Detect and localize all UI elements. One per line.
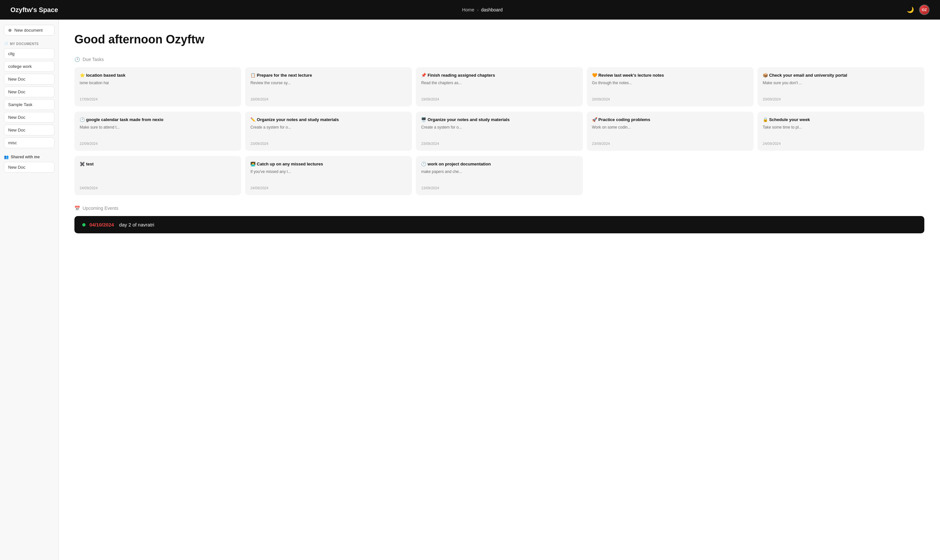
upcoming-events-section: 📅 Upcoming Events 04/10/2024 day 2 of na… (74, 206, 924, 233)
empty-cell-1 (587, 156, 754, 195)
task-card-location[interactable]: ⭐ location based task isme location hai … (74, 67, 241, 106)
shared-section: 👥 Shared with me New Doc (4, 155, 54, 172)
task-date: 24/09/2024 (763, 142, 919, 146)
task-desc: Create a system for o... (250, 125, 407, 130)
task-title: 🧑‍💻 Catch up on any missed lectures (250, 161, 407, 167)
task-date: 18/09/2024 (250, 97, 407, 101)
task-title: 📦 Check your email and university portal (763, 72, 919, 78)
task-date: 13/09/2024 (421, 186, 577, 190)
task-row-1: ⭐ location based task isme location hai … (74, 67, 924, 106)
shared-icon: 👥 (4, 155, 9, 159)
app-logo: Ozyftw's Space (11, 6, 58, 14)
task-card-organize-notes-1[interactable]: ✏️ Organize your notes and study materia… (245, 112, 412, 151)
task-date: 24/09/2024 (250, 186, 407, 190)
upcoming-events-header: 📅 Upcoming Events (74, 206, 924, 211)
greeting-text: Good afternoon Ozyftw (74, 32, 924, 46)
new-document-button[interactable]: ⊕ New document (4, 25, 54, 35)
breadcrumb-home[interactable]: Home (462, 7, 474, 12)
task-date: 23/09/2024 (250, 142, 407, 146)
shared-with-me-label: 👥 Shared with me (4, 155, 54, 159)
task-date: 23/09/2024 (421, 142, 577, 146)
task-desc: Go through the notes... (592, 80, 748, 86)
my-documents-label: 📄 MY DOCUMENTS (4, 42, 54, 46)
task-date: 23/09/2024 (592, 142, 748, 146)
task-row-3: ✖️ test 24/09/2024 🧑‍💻 Catch up on any m… (74, 156, 924, 195)
new-document-label: New document (14, 28, 43, 32)
sidebar-item-misc[interactable]: misc (4, 137, 54, 148)
sidebar-item-newdoc-2[interactable]: New Doc (4, 86, 54, 97)
task-card-prepare-lecture[interactable]: 📋 Prepare for the next lecture Review th… (245, 67, 412, 106)
upcoming-events-label: Upcoming Events (83, 206, 118, 211)
task-title: ✏️ Organize your notes and study materia… (250, 117, 407, 123)
task-desc: Make sure to attend t... (80, 125, 236, 130)
task-card-catch-up[interactable]: 🧑‍💻 Catch up on any missed lectures If y… (245, 156, 412, 195)
sidebar-item-cllg[interactable]: cllg (4, 48, 54, 59)
task-desc: Create a system for o... (421, 125, 577, 130)
due-tasks-label: Due Tasks (83, 57, 104, 62)
sidebar-item-shared-newdoc[interactable]: New Doc (4, 162, 54, 172)
document-icon: 📄 (4, 42, 8, 46)
sidebar: ⊕ New document 📄 MY DOCUMENTS cllg colle… (0, 20, 59, 560)
app-layout: ⊕ New document 📄 MY DOCUMENTS cllg colle… (0, 20, 940, 560)
task-card-review-notes[interactable]: 🧡 Review last week's lecture notes Go th… (587, 67, 754, 106)
header-actions: 🌙 OZ (907, 5, 929, 15)
task-title: 📋 Prepare for the next lecture (250, 72, 407, 78)
user-avatar[interactable]: OZ (919, 5, 929, 15)
sidebar-item-newdoc-1[interactable]: New Doc (4, 74, 54, 85)
task-desc: If you've missed any l... (250, 169, 407, 175)
task-title: 🚀 Practice coding problems (592, 117, 748, 123)
task-desc: isme location hai (80, 80, 236, 86)
task-card-project-docs[interactable]: 🕐 work on project documentation make pap… (416, 156, 583, 195)
task-title: 🖥️ Organize your notes and study materia… (421, 117, 577, 123)
task-date: 20/09/2024 (763, 97, 919, 101)
event-card-navratri[interactable]: 04/10/2024 day 2 of navratri (74, 216, 924, 233)
event-date: 04/10/2024 (89, 222, 114, 228)
task-desc: Work on some codin... (592, 125, 748, 130)
task-card-schedule-week[interactable]: 🔒 Schedule your week Take some time to p… (758, 112, 924, 151)
app-header: Ozyftw's Space Home › dashboard 🌙 OZ (0, 0, 940, 20)
task-title: 🔒 Schedule your week (763, 117, 919, 123)
event-title: day 2 of navratri (119, 222, 154, 228)
task-date: 24/09/2024 (80, 186, 236, 190)
task-date: 20/09/2024 (592, 97, 748, 101)
task-card-organize-notes-2[interactable]: 🖥️ Organize your notes and study materia… (416, 112, 583, 151)
sidebar-item-college-work[interactable]: college work (4, 61, 54, 72)
task-date: 22/09/2024 (80, 142, 236, 146)
breadcrumb-separator: › (477, 7, 478, 12)
due-tasks-header: 🕐 Due Tasks (74, 57, 924, 62)
task-row-2: 🕐 google calendar task made from nexio M… (74, 112, 924, 151)
task-date: 17/09/2024 (80, 97, 236, 101)
breadcrumb-current: dashboard (481, 7, 503, 12)
task-card-google-calendar[interactable]: 🕐 google calendar task made from nexio M… (74, 112, 241, 151)
clock-icon: 🕐 (74, 57, 80, 62)
task-card-test[interactable]: ✖️ test 24/09/2024 (74, 156, 241, 195)
task-desc: Review the course sy... (250, 80, 407, 86)
dark-mode-toggle[interactable]: 🌙 (907, 6, 914, 13)
plus-icon: ⊕ (8, 28, 12, 32)
task-title: ✖️ test (80, 161, 236, 167)
task-card-reading[interactable]: 📌 Finish reading assigned chapters Read … (416, 67, 583, 106)
task-date: 19/09/2024 (421, 97, 577, 101)
task-desc: Read the chapters as... (421, 80, 577, 86)
calendar-icon: 📅 (74, 206, 80, 211)
breadcrumb: Home › dashboard (462, 7, 503, 12)
task-title: 📌 Finish reading assigned chapters (421, 72, 577, 78)
sidebar-item-newdoc-3[interactable]: New Doc (4, 112, 54, 123)
task-title: ⭐ location based task (80, 72, 236, 78)
sidebar-item-newdoc-4[interactable]: New Doc (4, 125, 54, 135)
task-card-coding[interactable]: 🚀 Practice coding problems Work on some … (587, 112, 754, 151)
task-title: 🕐 google calendar task made from nexio (80, 117, 236, 123)
task-desc: Make sure you don't ... (763, 80, 919, 86)
sidebar-item-sample-task[interactable]: Sample Task (4, 99, 54, 110)
main-content: Good afternoon Ozyftw 🕐 Due Tasks ⭐ loca… (59, 20, 940, 560)
empty-cell-2 (758, 156, 924, 195)
task-card-check-email[interactable]: 📦 Check your email and university portal… (758, 67, 924, 106)
task-desc: make papers and che... (421, 169, 577, 175)
avatar-label: OZ (922, 8, 927, 12)
event-status-dot (82, 223, 86, 226)
task-title: 🕐 work on project documentation (421, 161, 577, 167)
task-title: 🧡 Review last week's lecture notes (592, 72, 748, 78)
task-desc: Take some time to pl... (763, 125, 919, 130)
